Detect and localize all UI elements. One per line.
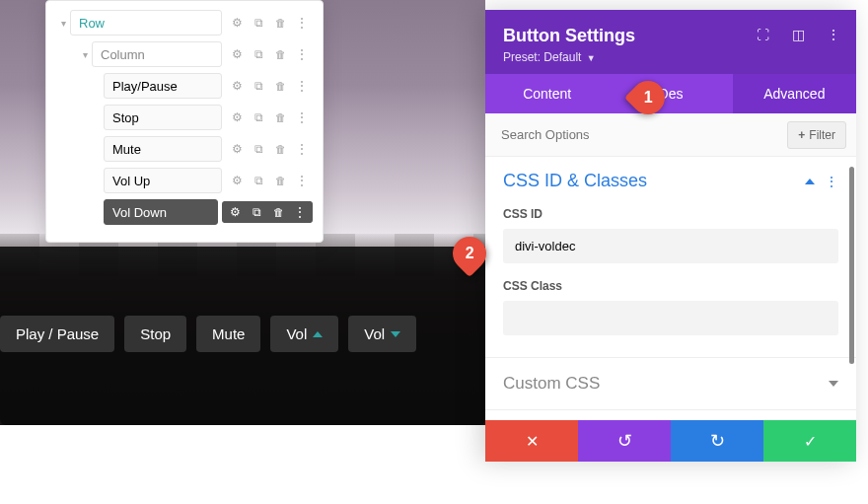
chevron-down-icon (829, 381, 838, 387)
responsive-icon[interactable] (789, 26, 807, 43)
caret-down-icon: ▼ (587, 53, 596, 63)
css-id-input[interactable] (503, 229, 838, 263)
duplicate-icon[interactable] (248, 170, 269, 191)
more-icon[interactable] (291, 138, 313, 160)
filter-button[interactable]: Filter (787, 121, 846, 149)
tab-label: Content (523, 86, 571, 102)
gear-icon[interactable] (226, 107, 248, 128)
duplicate-icon[interactable] (248, 43, 269, 65)
undo-icon (617, 430, 632, 452)
layer-label: Mute (104, 136, 222, 162)
css-class-input[interactable] (503, 301, 838, 335)
caret-up-icon (313, 331, 323, 337)
check-icon (804, 432, 817, 451)
scrollbar-thumb[interactable] (849, 167, 854, 364)
more-icon[interactable] (291, 75, 313, 97)
button-label: Vol (364, 325, 385, 342)
gear-icon[interactable] (226, 138, 248, 160)
layer-label: Stop (104, 105, 222, 130)
preset-value: Default (543, 50, 581, 64)
layer-row-stop[interactable]: Stop (56, 104, 313, 131)
more-icon[interactable] (291, 170, 313, 191)
section-label: CSS ID & Classes (503, 171, 647, 191)
vol-up-button[interactable]: Vol (270, 316, 338, 352)
settings-footer (485, 420, 856, 462)
marker-number: 1 (644, 89, 653, 107)
layer-label: Column (92, 41, 222, 67)
settings-header: Button Settings Preset: Default ▼ (485, 10, 856, 74)
button-label: Mute (212, 325, 245, 342)
collapse-icon[interactable]: ▾ (78, 49, 92, 60)
gear-icon[interactable] (224, 201, 246, 223)
close-icon (526, 432, 539, 451)
chevron-up-icon[interactable] (805, 179, 815, 184)
layer-row-volup[interactable]: Vol Up (56, 167, 313, 194)
marker-number: 2 (466, 245, 474, 262)
duplicate-icon[interactable] (248, 107, 269, 128)
css-id-label: CSS ID (503, 207, 838, 221)
trash-icon[interactable] (269, 107, 291, 128)
preset-selector[interactable]: Preset: Default ▼ (503, 50, 838, 64)
gear-icon[interactable] (226, 12, 248, 34)
stop-button[interactable]: Stop (124, 316, 186, 352)
search-bar: Filter (485, 113, 856, 157)
tab-advanced[interactable]: Advanced (733, 74, 856, 113)
layer-label: Play/Pause (104, 73, 222, 99)
layer-label: Row (70, 10, 222, 36)
tab-content[interactable]: Content (485, 74, 609, 113)
gear-icon[interactable] (226, 75, 248, 97)
play-pause-button[interactable]: Play / Pause (0, 316, 114, 352)
duplicate-icon[interactable] (248, 138, 269, 160)
caret-down-icon (391, 331, 400, 337)
gear-icon[interactable] (226, 43, 248, 65)
expand-icon[interactable] (754, 26, 771, 43)
layer-label: Vol Up (104, 168, 222, 193)
trash-icon[interactable] (267, 201, 289, 223)
more-icon[interactable] (289, 201, 311, 223)
more-icon[interactable] (291, 107, 313, 128)
filter-label: Filter (809, 128, 835, 142)
more-icon[interactable] (291, 12, 313, 34)
layers-panel: ▾ Row ▾ Column Play/Pause Stop Mute Vol … (45, 0, 324, 243)
layer-label: Vol Down (104, 199, 218, 225)
gear-icon[interactable] (226, 170, 248, 191)
collapse-icon[interactable]: ▾ (56, 18, 70, 29)
trash-icon[interactable] (269, 138, 291, 160)
player-buttons: Play / Pause Stop Mute Vol Vol (0, 316, 416, 352)
duplicate-icon[interactable] (248, 12, 269, 34)
preset-prefix: Preset: (503, 50, 541, 64)
more-icon[interactable] (825, 26, 842, 43)
save-button[interactable] (763, 420, 856, 462)
mute-button[interactable]: Mute (196, 316, 260, 352)
module-settings-panel: Button Settings Preset: Default ▼ Conten… (485, 10, 856, 462)
button-label: Vol (286, 325, 307, 342)
redo-icon (710, 430, 725, 452)
more-icon[interactable] (291, 43, 313, 65)
redo-button[interactable] (671, 420, 763, 462)
trash-icon[interactable] (269, 75, 291, 97)
discard-button[interactable] (485, 420, 578, 462)
scrollbar[interactable] (849, 167, 854, 423)
settings-tabs: Content Des Advanced (485, 74, 856, 113)
layer-row-voldown[interactable]: Vol Down (56, 198, 313, 226)
trash-icon[interactable] (269, 12, 291, 34)
css-class-label: CSS Class (503, 279, 838, 293)
search-input[interactable] (495, 119, 787, 150)
trash-icon[interactable] (269, 43, 291, 65)
layer-row-mute[interactable]: Mute (56, 135, 313, 163)
vol-down-button[interactable]: Vol (348, 316, 416, 352)
section-css-id-classes[interactable]: CSS ID & Classes (503, 171, 838, 191)
layer-row-playpause[interactable]: Play/Pause (56, 72, 313, 100)
button-label: Play / Pause (16, 325, 99, 342)
tab-label: Advanced (763, 86, 825, 102)
trash-icon[interactable] (269, 170, 291, 191)
layer-row-column[interactable]: ▾ Column (56, 40, 313, 68)
duplicate-icon[interactable] (248, 75, 269, 97)
more-icon[interactable] (825, 174, 838, 189)
duplicate-icon[interactable] (246, 201, 267, 223)
layer-row-row[interactable]: ▾ Row (56, 9, 313, 36)
settings-body: CSS ID & Classes CSS ID CSS Class Custom… (485, 157, 856, 462)
section-custom-css[interactable]: Custom CSS (503, 358, 838, 409)
undo-button[interactable] (578, 420, 671, 462)
button-label: Stop (140, 325, 171, 342)
